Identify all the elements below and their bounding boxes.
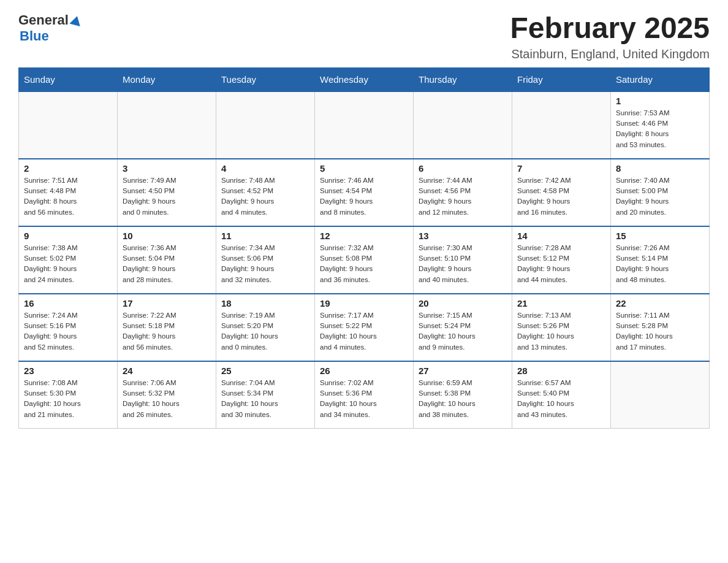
day-info: Sunrise: 7:51 AM Sunset: 4:48 PM Dayligh… bbox=[24, 175, 112, 218]
day-info: Sunrise: 7:26 AM Sunset: 5:14 PM Dayligh… bbox=[616, 243, 704, 285]
day-info: Sunrise: 7:22 AM Sunset: 5:18 PM Dayligh… bbox=[123, 310, 211, 353]
calendar-cell: 26Sunrise: 7:02 AM Sunset: 5:36 PM Dayli… bbox=[315, 361, 414, 429]
calendar-cell: 21Sunrise: 7:13 AM Sunset: 5:26 PM Dayli… bbox=[512, 294, 611, 361]
logo-general-text: General bbox=[18, 12, 69, 28]
calendar-cell: 11Sunrise: 7:34 AM Sunset: 5:06 PM Dayli… bbox=[216, 226, 315, 294]
day-number: 15 bbox=[616, 231, 704, 241]
calendar-cell: 18Sunrise: 7:19 AM Sunset: 5:20 PM Dayli… bbox=[216, 294, 315, 361]
day-number: 20 bbox=[419, 298, 507, 308]
day-number: 9 bbox=[24, 231, 112, 241]
logo-blue-text: Blue bbox=[20, 28, 49, 44]
day-info: Sunrise: 7:24 AM Sunset: 5:16 PM Dayligh… bbox=[24, 310, 112, 353]
day-info: Sunrise: 6:59 AM Sunset: 5:38 PM Dayligh… bbox=[419, 378, 507, 420]
day-info: Sunrise: 7:13 AM Sunset: 5:26 PM Dayligh… bbox=[517, 310, 605, 353]
col-monday: Monday bbox=[118, 67, 216, 91]
day-info: Sunrise: 7:36 AM Sunset: 5:04 PM Dayligh… bbox=[123, 243, 211, 285]
calendar-cell: 28Sunrise: 6:57 AM Sunset: 5:40 PM Dayli… bbox=[512, 361, 611, 429]
day-number: 16 bbox=[24, 298, 112, 308]
day-number: 25 bbox=[221, 366, 309, 376]
calendar-cell: 15Sunrise: 7:26 AM Sunset: 5:14 PM Dayli… bbox=[611, 226, 710, 294]
day-info: Sunrise: 7:49 AM Sunset: 4:50 PM Dayligh… bbox=[123, 175, 211, 218]
day-number: 3 bbox=[123, 163, 211, 174]
day-info: Sunrise: 7:28 AM Sunset: 5:12 PM Dayligh… bbox=[517, 243, 605, 285]
calendar-cell bbox=[611, 361, 710, 429]
logo: General Blue bbox=[18, 12, 82, 44]
calendar-cell bbox=[512, 91, 611, 159]
calendar-table: Sunday Monday Tuesday Wednesday Thursday… bbox=[18, 67, 710, 429]
day-number: 11 bbox=[221, 231, 309, 241]
calendar-cell: 22Sunrise: 7:11 AM Sunset: 5:28 PM Dayli… bbox=[611, 294, 710, 361]
calendar-cell: 5Sunrise: 7:46 AM Sunset: 4:54 PM Daylig… bbox=[315, 159, 414, 226]
calendar-cell: 24Sunrise: 7:06 AM Sunset: 5:32 PM Dayli… bbox=[118, 361, 216, 429]
day-number: 2 bbox=[24, 163, 112, 174]
day-info: Sunrise: 7:11 AM Sunset: 5:28 PM Dayligh… bbox=[616, 310, 704, 353]
day-number: 7 bbox=[517, 163, 605, 174]
col-friday: Friday bbox=[512, 67, 611, 91]
calendar-cell: 4Sunrise: 7:48 AM Sunset: 4:52 PM Daylig… bbox=[216, 159, 315, 226]
calendar-cell: 25Sunrise: 7:04 AM Sunset: 5:34 PM Dayli… bbox=[216, 361, 315, 429]
day-number: 8 bbox=[616, 163, 704, 174]
day-info: Sunrise: 7:04 AM Sunset: 5:34 PM Dayligh… bbox=[221, 378, 309, 420]
day-number: 5 bbox=[320, 163, 408, 174]
calendar-cell: 8Sunrise: 7:40 AM Sunset: 5:00 PM Daylig… bbox=[611, 159, 710, 226]
calendar-cell: 2Sunrise: 7:51 AM Sunset: 4:48 PM Daylig… bbox=[19, 159, 118, 226]
calendar-cell: 3Sunrise: 7:49 AM Sunset: 4:50 PM Daylig… bbox=[118, 159, 216, 226]
day-info: Sunrise: 7:17 AM Sunset: 5:22 PM Dayligh… bbox=[320, 310, 408, 353]
week-row-3: 9Sunrise: 7:38 AM Sunset: 5:02 PM Daylig… bbox=[19, 226, 710, 294]
calendar-cell: 9Sunrise: 7:38 AM Sunset: 5:02 PM Daylig… bbox=[19, 226, 118, 294]
day-info: Sunrise: 7:32 AM Sunset: 5:08 PM Dayligh… bbox=[320, 243, 408, 285]
col-saturday: Saturday bbox=[611, 67, 710, 91]
day-info: Sunrise: 7:53 AM Sunset: 4:46 PM Dayligh… bbox=[616, 108, 704, 150]
day-number: 27 bbox=[419, 366, 507, 376]
calendar-cell: 10Sunrise: 7:36 AM Sunset: 5:04 PM Dayli… bbox=[118, 226, 216, 294]
calendar-header-row: Sunday Monday Tuesday Wednesday Thursday… bbox=[19, 67, 710, 91]
calendar-cell: 6Sunrise: 7:44 AM Sunset: 4:56 PM Daylig… bbox=[414, 159, 512, 226]
title-area: February 2025 Stainburn, England, United… bbox=[510, 12, 710, 61]
day-number: 17 bbox=[123, 298, 211, 308]
day-number: 23 bbox=[24, 366, 112, 376]
week-row-4: 16Sunrise: 7:24 AM Sunset: 5:16 PM Dayli… bbox=[19, 294, 710, 361]
day-number: 28 bbox=[517, 366, 605, 376]
day-info: Sunrise: 7:40 AM Sunset: 5:00 PM Dayligh… bbox=[616, 175, 704, 218]
calendar-cell bbox=[19, 91, 118, 159]
day-info: Sunrise: 7:06 AM Sunset: 5:32 PM Dayligh… bbox=[123, 378, 211, 420]
day-info: Sunrise: 7:15 AM Sunset: 5:24 PM Dayligh… bbox=[419, 310, 507, 353]
calendar-cell bbox=[118, 91, 216, 159]
calendar-cell bbox=[216, 91, 315, 159]
day-number: 4 bbox=[221, 163, 309, 174]
calendar-cell: 27Sunrise: 6:59 AM Sunset: 5:38 PM Dayli… bbox=[414, 361, 512, 429]
day-info: Sunrise: 7:46 AM Sunset: 4:54 PM Dayligh… bbox=[320, 175, 408, 218]
col-wednesday: Wednesday bbox=[315, 67, 414, 91]
calendar-cell: 14Sunrise: 7:28 AM Sunset: 5:12 PM Dayli… bbox=[512, 226, 611, 294]
month-title: February 2025 bbox=[510, 12, 710, 45]
calendar-cell: 12Sunrise: 7:32 AM Sunset: 5:08 PM Dayli… bbox=[315, 226, 414, 294]
day-info: Sunrise: 7:34 AM Sunset: 5:06 PM Dayligh… bbox=[221, 243, 309, 285]
calendar-cell bbox=[414, 91, 512, 159]
col-thursday: Thursday bbox=[414, 67, 512, 91]
day-number: 18 bbox=[221, 298, 309, 308]
day-info: Sunrise: 7:30 AM Sunset: 5:10 PM Dayligh… bbox=[419, 243, 507, 285]
calendar-cell bbox=[315, 91, 414, 159]
day-info: Sunrise: 7:44 AM Sunset: 4:56 PM Dayligh… bbox=[419, 175, 507, 218]
calendar-cell: 17Sunrise: 7:22 AM Sunset: 5:18 PM Dayli… bbox=[118, 294, 216, 361]
week-row-2: 2Sunrise: 7:51 AM Sunset: 4:48 PM Daylig… bbox=[19, 159, 710, 226]
calendar-cell: 20Sunrise: 7:15 AM Sunset: 5:24 PM Dayli… bbox=[414, 294, 512, 361]
day-info: Sunrise: 7:19 AM Sunset: 5:20 PM Dayligh… bbox=[221, 310, 309, 353]
day-info: Sunrise: 7:38 AM Sunset: 5:02 PM Dayligh… bbox=[24, 243, 112, 285]
day-number: 1 bbox=[616, 96, 704, 106]
calendar-cell: 7Sunrise: 7:42 AM Sunset: 4:58 PM Daylig… bbox=[512, 159, 611, 226]
day-info: Sunrise: 7:08 AM Sunset: 5:30 PM Dayligh… bbox=[24, 378, 112, 420]
day-info: Sunrise: 7:48 AM Sunset: 4:52 PM Dayligh… bbox=[221, 175, 309, 218]
week-row-5: 23Sunrise: 7:08 AM Sunset: 5:30 PM Dayli… bbox=[19, 361, 710, 429]
day-number: 10 bbox=[123, 231, 211, 241]
day-number: 26 bbox=[320, 366, 408, 376]
page-header: General Blue February 2025 Stainburn, En… bbox=[18, 12, 710, 61]
day-number: 22 bbox=[616, 298, 704, 308]
day-info: Sunrise: 7:42 AM Sunset: 4:58 PM Dayligh… bbox=[517, 175, 605, 218]
col-sunday: Sunday bbox=[19, 67, 118, 91]
calendar-cell: 23Sunrise: 7:08 AM Sunset: 5:30 PM Dayli… bbox=[19, 361, 118, 429]
col-tuesday: Tuesday bbox=[216, 67, 315, 91]
day-info: Sunrise: 7:02 AM Sunset: 5:36 PM Dayligh… bbox=[320, 378, 408, 420]
calendar-cell: 13Sunrise: 7:30 AM Sunset: 5:10 PM Dayli… bbox=[414, 226, 512, 294]
day-info: Sunrise: 6:57 AM Sunset: 5:40 PM Dayligh… bbox=[517, 378, 605, 420]
